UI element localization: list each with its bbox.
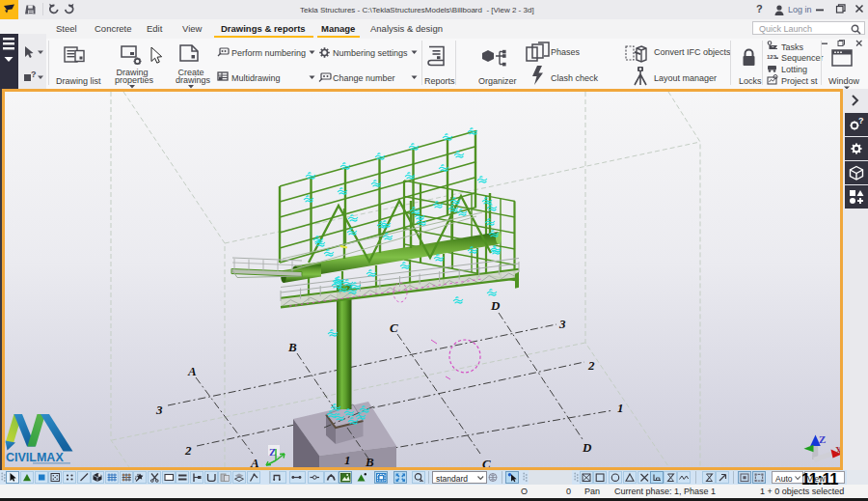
svg-text:1: 1	[344, 453, 351, 467]
svg-text:?: ?	[858, 117, 864, 125]
svg-text:B: B	[287, 340, 297, 354]
svg-text:A: A	[250, 456, 259, 470]
svg-text:?: ?	[31, 70, 37, 79]
svg-text:D: D	[582, 440, 592, 455]
svg-text:3: 3	[155, 403, 163, 417]
svg-text:2: 2	[587, 358, 595, 373]
svg-text:CIVILMAX: CIVILMAX	[6, 451, 64, 464]
svg-text:X: X	[835, 445, 843, 456]
svg-text:C: C	[482, 457, 491, 470]
svg-text:123: 123	[767, 54, 777, 60]
svg-text:C: C	[390, 320, 398, 335]
svg-text:1: 1	[617, 401, 624, 415]
svg-text:2: 2	[184, 443, 192, 458]
svg-text:D: D	[490, 298, 501, 313]
svg-text:Z: Z	[819, 433, 826, 445]
svg-text:B: B	[365, 455, 374, 469]
svg-text:3: 3	[558, 317, 566, 331]
svg-text:A: A	[187, 364, 197, 378]
svg-text:Z: Z	[269, 446, 276, 458]
